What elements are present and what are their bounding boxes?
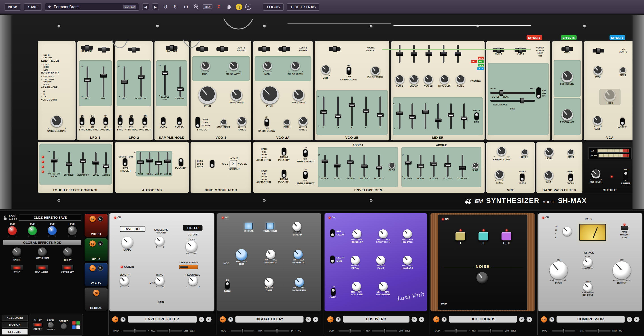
- vco-2a-switch[interactable]: [177, 117, 182, 125]
- attack-slider[interactable]: 100: [404, 155, 412, 177]
- vco-1-slider[interactable]: [146, 152, 153, 173]
- slop-knob[interactable]: [472, 162, 478, 169]
- length-knob[interactable]: [120, 277, 129, 286]
- vco-2b-knob[interactable]: [424, 75, 433, 84]
- limiter-switch[interactable]: [624, 171, 628, 179]
- fx-on-button[interactable]: ON: [112, 316, 118, 322]
- fx-solo-button[interactable]: S: [120, 317, 126, 322]
- rate-slider[interactable]: 100: [84, 66, 91, 97]
- ii-mode-button[interactable]: [478, 232, 489, 241]
- level-slider[interactable]: [460, 103, 468, 129]
- time-knob[interactable]: [236, 249, 247, 261]
- mix-slider[interactable]: [372, 330, 397, 332]
- level-knob[interactable]: [48, 322, 54, 329]
- fx-collapse-button[interactable]: ▼: [313, 317, 318, 322]
- tab-motion[interactable]: MOTION: [2, 322, 28, 328]
- noise-knob[interactable]: [456, 75, 465, 84]
- level-slider[interactable]: 100: [396, 103, 403, 129]
- sync-switch[interactable]: [331, 288, 336, 296]
- fx-close-button[interactable]: ✕: [627, 317, 632, 322]
- feedback-knob[interactable]: [266, 250, 275, 259]
- selector-mini-slider[interactable]: [258, 47, 270, 51]
- fx-bus-on-button[interactable]: ON: [93, 290, 99, 296]
- ping-pong-button[interactable]: [266, 223, 274, 229]
- lowpass-knob[interactable]: [403, 256, 412, 265]
- level-slider[interactable]: [92, 152, 100, 174]
- out-level-knob[interactable]: [591, 169, 600, 178]
- velocity-slider[interactable]: [375, 155, 382, 177]
- pole-switch[interactable]: [179, 265, 198, 269]
- selector-mini-slider[interactable]: [196, 47, 208, 51]
- sustain-slider[interactable]: [346, 155, 354, 177]
- highpass-knob[interactable]: [403, 229, 412, 238]
- input-knob[interactable]: [550, 261, 568, 280]
- osc-drift-knob[interactable]: [221, 119, 227, 126]
- time-slider[interactable]: 100: [137, 152, 144, 173]
- 16-option[interactable]: –16: [41, 95, 72, 98]
- decay-mod-switch[interactable]: [330, 256, 335, 263]
- last-option[interactable]: –LAST: [41, 63, 72, 65]
- selector-mini-slider[interactable]: [216, 47, 228, 51]
- decay-slider[interactable]: [334, 155, 341, 177]
- prev-preset-button[interactable]: ◀: [142, 3, 149, 10]
- route-swatch[interactable]: [76, 321, 80, 324]
- speed-knob[interactable]: [12, 248, 21, 257]
- drift-knob[interactable]: [568, 149, 574, 155]
- i-ii-mode-button[interactable]: [501, 232, 512, 241]
- fx-title[interactable]: ENVELOPE FILTER: [128, 316, 197, 322]
- knob-knob[interactable]: [583, 258, 592, 267]
- frequency-knob[interactable]: [562, 71, 573, 82]
- vca-routing-tag[interactable]: VCA: [478, 67, 484, 70]
- sync-switch[interactable]: [80, 117, 84, 125]
- level-slider[interactable]: [409, 103, 416, 129]
- range-knob[interactable]: [298, 117, 308, 126]
- fx-close-button[interactable]: ✕: [306, 317, 311, 322]
- pitch-knob[interactable]: [198, 86, 216, 104]
- assign-slider[interactable]: [102, 152, 110, 174]
- pulse-width-knob[interactable]: [291, 61, 300, 70]
- adsr-2-switch[interactable]: [620, 118, 624, 126]
- poly-option[interactable]: –POLY: [41, 83, 72, 86]
- unison-option[interactable]: –UNISON: [41, 80, 72, 83]
- mod-knob[interactable]: [263, 61, 272, 70]
- fx-title[interactable]: DCO CHORUS: [449, 316, 517, 322]
- rate-slider[interactable]: 100: [121, 66, 128, 97]
- damp-knob[interactable]: [376, 256, 385, 265]
- fx-on-button[interactable]: ON: [541, 316, 547, 322]
- fx-solo-button[interactable]: S: [336, 317, 341, 322]
- level-slider[interactable]: [440, 45, 447, 63]
- adsr-1-polarity-switch[interactable]: [282, 148, 286, 156]
- sync-out-switch[interactable]: [196, 117, 200, 128]
- preset-selector[interactable]: ★ Formant Brass EDITED: [45, 3, 139, 11]
- one-shot-switch[interactable]: [143, 117, 147, 125]
- mod-amount-slider[interactable]: [338, 330, 361, 332]
- resonance-knob[interactable]: [562, 109, 573, 121]
- pitch-knob[interactable]: [261, 86, 279, 104]
- auto-makeup-gain-button[interactable]: [621, 226, 628, 230]
- vcf-cutoff-freq-slider[interactable]: 100: [50, 151, 58, 172]
- fx-collapse-button[interactable]: ▼: [419, 317, 424, 322]
- shape-knob[interactable]: [122, 237, 133, 248]
- settings-gear-icon[interactable]: ⚙: [182, 3, 190, 10]
- reverse-mini-slider[interactable]: [81, 46, 92, 50]
- one-shot-switch[interactable]: [104, 117, 108, 125]
- 4-option[interactable]: –4: [41, 90, 72, 92]
- fx-close-button[interactable]: ✕: [519, 317, 524, 322]
- ring-mod-knob[interactable]: [440, 75, 449, 84]
- zoom-icon[interactable]: [192, 3, 200, 10]
- fx-title[interactable]: LUSHVERB: [343, 316, 410, 322]
- white-switch[interactable]: [474, 112, 479, 120]
- vcf-routing-tag[interactable]: VCF: [471, 60, 477, 63]
- bpf-routing-tag[interactable]: BPF: [478, 64, 484, 66]
- vco-2a-knob[interactable]: [410, 75, 418, 84]
- vco-2a-slider[interactable]: [155, 152, 162, 173]
- vibrato-int-slider[interactable]: [80, 152, 87, 174]
- adsr-1-repeat-switch[interactable]: [303, 149, 308, 157]
- sync-button[interactable]: [11, 265, 23, 271]
- kybd-follow-switch[interactable]: [346, 67, 351, 75]
- fx-title[interactable]: DIGITAL DELAY: [235, 316, 304, 322]
- midi-button[interactable]: MIDI: [203, 4, 212, 9]
- level-slider[interactable]: [425, 45, 432, 63]
- sync-switch[interactable]: [225, 282, 230, 289]
- click-here-to-save-button[interactable]: CLICK HERE TO SAVE: [19, 215, 81, 221]
